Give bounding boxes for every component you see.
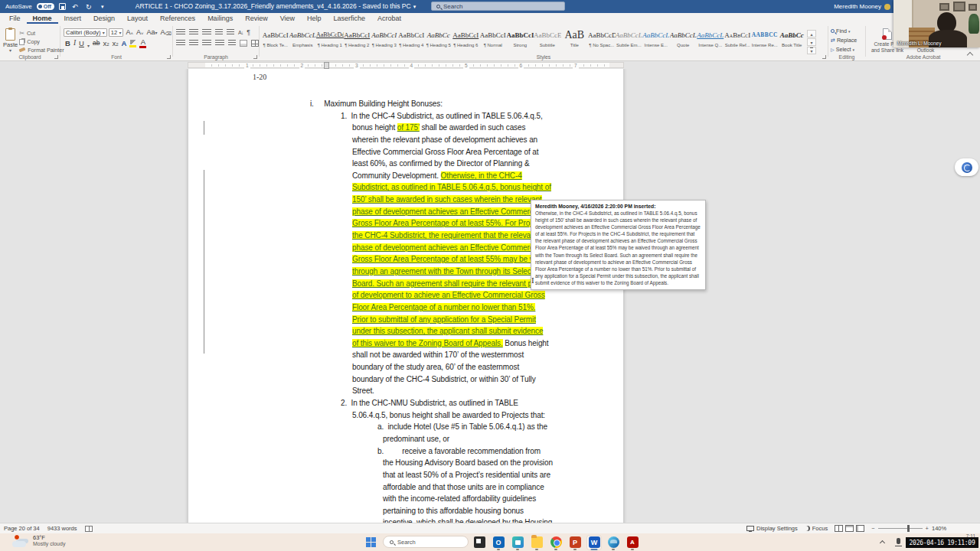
floating-comment-button[interactable] xyxy=(955,158,978,176)
zoom-level[interactable]: 140% xyxy=(932,525,946,532)
grow-font-button[interactable]: A˄ xyxy=(125,29,134,36)
chevron-down-icon[interactable] xyxy=(87,37,90,51)
print-layout-icon[interactable] xyxy=(845,525,854,532)
focus-button[interactable]: Focus xyxy=(805,525,828,532)
justify-icon[interactable] xyxy=(215,40,224,47)
tab-home[interactable]: Home xyxy=(27,14,58,24)
microphone-icon[interactable] xyxy=(897,538,900,544)
taskbar-app-powerpoint[interactable]: P xyxy=(567,535,583,550)
format-painter-button[interactable]: Format Painter xyxy=(19,46,64,54)
read-mode-icon[interactable] xyxy=(835,525,843,532)
tab-review[interactable]: Review xyxy=(239,14,274,24)
shading-icon[interactable] xyxy=(240,40,247,47)
web-layout-icon[interactable] xyxy=(856,525,864,532)
zoom-slider[interactable] xyxy=(878,528,923,529)
taskbar-app-outlook[interactable]: O xyxy=(491,535,506,550)
numbered-list-icon[interactable] xyxy=(189,29,198,36)
cut-button[interactable]: Cut xyxy=(19,29,64,37)
line-spacing-icon[interactable] xyxy=(228,40,236,47)
text-effects-button[interactable]: A xyxy=(122,40,127,47)
clear-formatting-button[interactable]: A⌫ xyxy=(160,29,173,36)
zoom-slider-thumb[interactable] xyxy=(907,525,910,532)
find-button[interactable]: Find xyxy=(831,27,865,35)
font-size-select[interactable]: 12 xyxy=(109,28,124,37)
taskbar-app-edge[interactable] xyxy=(606,535,621,550)
taskbar-app-chrome[interactable] xyxy=(548,535,564,550)
tab-references[interactable]: References xyxy=(154,14,201,24)
styles-scroll-up-icon[interactable] xyxy=(807,30,816,37)
subscript-button[interactable]: x2 xyxy=(103,40,109,47)
start-button[interactable] xyxy=(366,537,376,547)
tab-design[interactable]: Design xyxy=(87,14,121,24)
bullet-list-icon[interactable] xyxy=(176,29,185,36)
align-center-icon[interactable] xyxy=(189,40,198,47)
taskbar-app-microsoft-store[interactable] xyxy=(510,535,525,550)
tab-mailings[interactable]: Mailings xyxy=(201,14,239,24)
document-title: ARTICLE 1 - CHCO Zoning_3.17.2026_Friend… xyxy=(107,0,444,13)
save-icon[interactable] xyxy=(59,3,66,10)
shrink-font-button[interactable]: A˅ xyxy=(136,29,145,36)
paragraph-marks-icon[interactable] xyxy=(247,29,250,36)
font-name-select[interactable]: Calibri (Body) xyxy=(64,28,107,37)
taskbar-search-box[interactable]: Search xyxy=(383,536,469,548)
replace-button[interactable]: Replace xyxy=(831,36,865,44)
decrease-indent-icon[interactable] xyxy=(215,29,223,36)
align-left-icon[interactable] xyxy=(176,40,185,47)
proofing-icon[interactable] xyxy=(85,526,93,532)
font-color-button[interactable]: A xyxy=(139,38,146,49)
strikethrough-button[interactable]: ab xyxy=(93,40,100,47)
hidden-icons-chevron[interactable] xyxy=(880,540,885,546)
indent-marker[interactable] xyxy=(324,62,329,69)
tab-acrobat[interactable]: Acrobat xyxy=(371,14,407,24)
zoom-in-icon[interactable] xyxy=(926,525,929,532)
document-line: 2. In the CHC-NMU Subdistrict, as outlin… xyxy=(188,397,625,409)
qat-customize-icon[interactable] xyxy=(98,2,107,11)
styles-scroll-down-icon[interactable] xyxy=(807,38,816,46)
tab-help[interactable]: Help xyxy=(301,14,328,24)
chevron-down-icon[interactable] xyxy=(411,2,416,10)
taskbar-app-task-view[interactable] xyxy=(472,535,487,550)
dialog-launcher-icon[interactable] xyxy=(822,55,826,59)
highlight-color-button[interactable] xyxy=(129,40,136,47)
account-name[interactable]: Meredith Mooney xyxy=(834,0,890,13)
select-button[interactable]: Select xyxy=(831,45,865,54)
autosave-toggle[interactable]: Off xyxy=(37,3,54,10)
tab-laserfiche[interactable]: Laserfiche xyxy=(328,14,372,24)
bold-button[interactable]: B xyxy=(65,40,70,47)
taskbar-app-file-explorer[interactable] xyxy=(529,535,544,550)
dialog-launcher-icon[interactable] xyxy=(54,55,58,59)
borders-icon[interactable] xyxy=(251,40,259,47)
tab-file[interactable]: File xyxy=(3,14,27,24)
style-label: ¶ Block Te... xyxy=(262,43,289,47)
sort-icon[interactable] xyxy=(238,29,243,36)
superscript-button[interactable]: x2 xyxy=(113,40,119,47)
change-case-button[interactable]: Aa xyxy=(145,29,158,36)
redo-icon[interactable] xyxy=(84,2,93,11)
zoom-out-icon[interactable] xyxy=(871,525,874,532)
monitor-icon xyxy=(746,526,754,531)
underline-button[interactable]: U xyxy=(79,40,84,47)
word-count-status[interactable]: 9433 words xyxy=(47,525,77,532)
align-right-icon[interactable] xyxy=(202,40,211,47)
taskbar-app-acrobat[interactable]: A xyxy=(625,535,640,550)
weather-widget[interactable]: 63°F Mostly cloudy xyxy=(12,534,65,548)
scissors-icon xyxy=(19,30,24,37)
styles-more-icon[interactable] xyxy=(807,47,816,54)
style-label: Book Title xyxy=(779,43,806,47)
titlebar-search-box[interactable]: Search xyxy=(431,2,565,11)
display-settings-button[interactable]: Display Settings xyxy=(746,525,798,532)
document-page[interactable]: 1-20 i. Maximum Building Height Bonuses:… xyxy=(188,69,624,523)
page-number-status[interactable]: Page 20 of 34 xyxy=(4,525,40,532)
italic-button[interactable]: I xyxy=(74,40,76,47)
copy-button[interactable]: Copy xyxy=(19,37,64,45)
dialog-launcher-icon[interactable] xyxy=(253,55,257,59)
taskbar-app-word[interactable]: W xyxy=(586,535,602,550)
tab-view[interactable]: View xyxy=(274,14,301,24)
tab-insert[interactable]: Insert xyxy=(58,14,88,24)
document-line: of development to achieve an Effective C… xyxy=(188,289,625,302)
tab-layout[interactable]: Layout xyxy=(121,14,154,24)
multilevel-list-icon[interactable] xyxy=(202,29,211,36)
undo-icon[interactable] xyxy=(70,2,80,11)
dialog-launcher-icon[interactable] xyxy=(167,55,171,59)
increase-indent-icon[interactable] xyxy=(227,29,234,36)
